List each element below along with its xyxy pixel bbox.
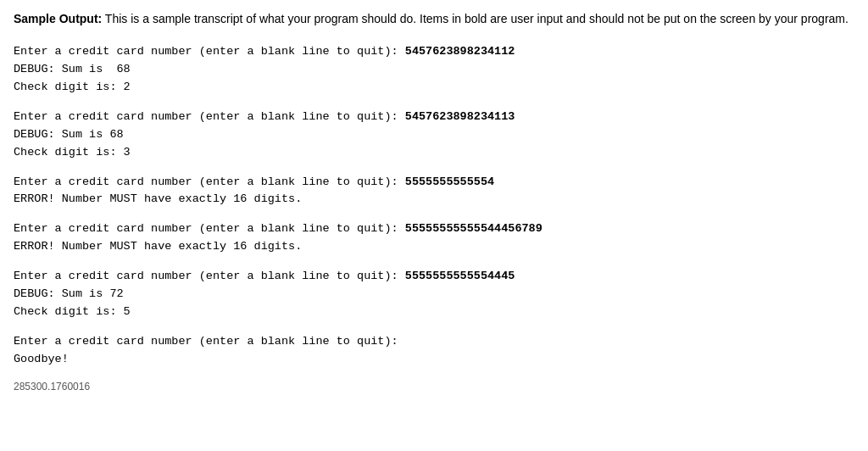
intro-section: Sample Output: This is a sample transcri…	[14, 10, 854, 28]
footer-number: 285300.1760016	[14, 381, 854, 393]
output-group: Enter a credit card number (enter a blan…	[14, 268, 854, 321]
prompt-text: Enter a credit card number (enter a blan…	[14, 45, 405, 58]
output-line: ERROR! Number MUST have exactly 16 digit…	[14, 191, 854, 209]
output-line: Enter a credit card number (enter a blan…	[14, 109, 854, 126]
output-line: Enter a credit card number (enter a blan…	[14, 174, 854, 192]
output-line: Check digit is: 3	[14, 144, 854, 162]
output-line: Check digit is: 2	[14, 79, 854, 97]
prompt-text: Enter a credit card number (enter a blan…	[14, 270, 405, 282]
prompt-text: Enter a credit card number (enter a blan…	[14, 222, 405, 235]
output-line: Check digit is: 5	[14, 303, 854, 321]
output-line: Enter a credit card number (enter a blan…	[14, 220, 854, 238]
prompt-text: Enter a credit card number (enter a blan…	[14, 110, 405, 123]
intro-text: This is a sample transcript of what your…	[102, 12, 849, 25]
prompt-text: Enter a credit card number (enter a blan…	[14, 335, 405, 348]
user-input: 5555555555554445	[405, 270, 515, 282]
output-line: ERROR! Number MUST have exactly 16 digit…	[14, 238, 854, 256]
output-line: Enter a credit card number (enter a blan…	[14, 333, 854, 351]
output-group: Enter a credit card number (enter a blan…	[14, 43, 854, 97]
user-input: 55555555555544456789	[405, 222, 542, 235]
user-input: 5457623898234113	[405, 110, 515, 123]
output-line: Enter a credit card number (enter a blan…	[14, 43, 854, 61]
output-group: Enter a credit card number (enter a blan…	[14, 220, 854, 256]
output-line: DEBUG: Sum is 68	[14, 126, 854, 144]
output-group: Enter a credit card number (enter a blan…	[14, 109, 854, 162]
user-input: 5555555555554	[405, 175, 494, 188]
output-line: DEBUG: Sum is 72	[14, 286, 854, 303]
prompt-text: Enter a credit card number (enter a blan…	[14, 175, 405, 188]
output-line: DEBUG: Sum is 68	[14, 61, 854, 79]
output-block: Enter a credit card number (enter a blan…	[14, 43, 854, 369]
output-group: Enter a credit card number (enter a blan…	[14, 333, 854, 369]
output-group: Enter a credit card number (enter a blan…	[14, 174, 854, 209]
user-input: 5457623898234112	[405, 45, 515, 58]
output-line: Goodbye!	[14, 351, 854, 369]
intro-label: Sample Output:	[14, 12, 102, 25]
output-line: Enter a credit card number (enter a blan…	[14, 268, 854, 286]
